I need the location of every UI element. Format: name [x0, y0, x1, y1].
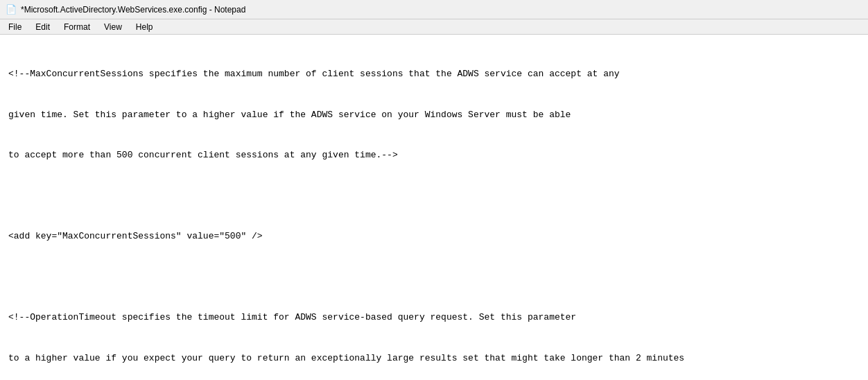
menu-file[interactable]: File	[3, 21, 27, 33]
editor-area[interactable]: <!--MaxConcurrentSessions specifies the …	[0, 35, 868, 380]
menu-format[interactable]: Format	[58, 21, 96, 33]
window-title: *Microsoft.ActiveDirectory.WebServices.e…	[21, 5, 245, 15]
line-2: given time. Set this parameter to a high…	[8, 108, 860, 122]
line-3: to accept more than 500 concurrent clien…	[8, 148, 860, 162]
line-8: to a higher value if you expect your que…	[8, 352, 860, 365]
menu-view[interactable]: View	[98, 21, 128, 33]
line-7: <!--OperationTimeout specifies the timeo…	[8, 311, 860, 325]
line-5: <add key="MaxConcurrentSessions" value="…	[8, 230, 860, 243]
menu-help[interactable]: Help	[130, 21, 159, 33]
line-6	[8, 270, 860, 284]
line-4	[8, 189, 860, 203]
title-bar: 📄 *Microsoft.ActiveDirectory.WebServices…	[0, 0, 868, 19]
menu-edit[interactable]: Edit	[30, 21, 55, 33]
menu-bar: File Edit Format View Help	[0, 19, 868, 35]
notepad-icon: 📄	[6, 4, 17, 15]
code-content: <!--MaxConcurrentSessions specifies the …	[8, 40, 860, 380]
line-1: <!--MaxConcurrentSessions specifies the …	[8, 67, 860, 81]
